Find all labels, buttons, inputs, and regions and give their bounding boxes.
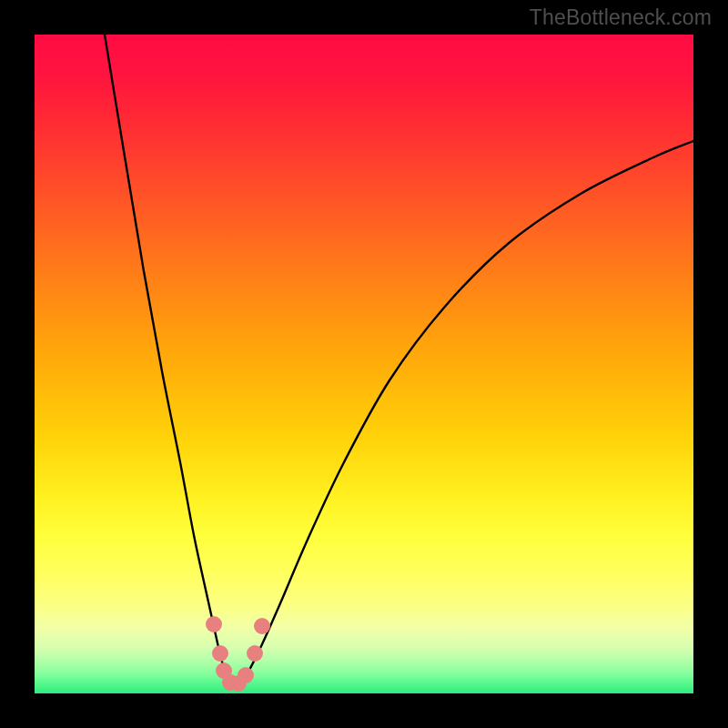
data-point [238,667,254,683]
data-point [254,618,270,634]
chart-svg [35,35,693,693]
valley-points [206,616,270,692]
plot-area [35,35,693,693]
data-point [212,645,228,662]
watermark-text: TheBottleneck.com [530,5,712,30]
data-point [247,645,263,662]
bottleneck-curve [105,35,693,685]
data-point [206,616,222,632]
chart-frame: TheBottleneck.com [0,0,728,728]
